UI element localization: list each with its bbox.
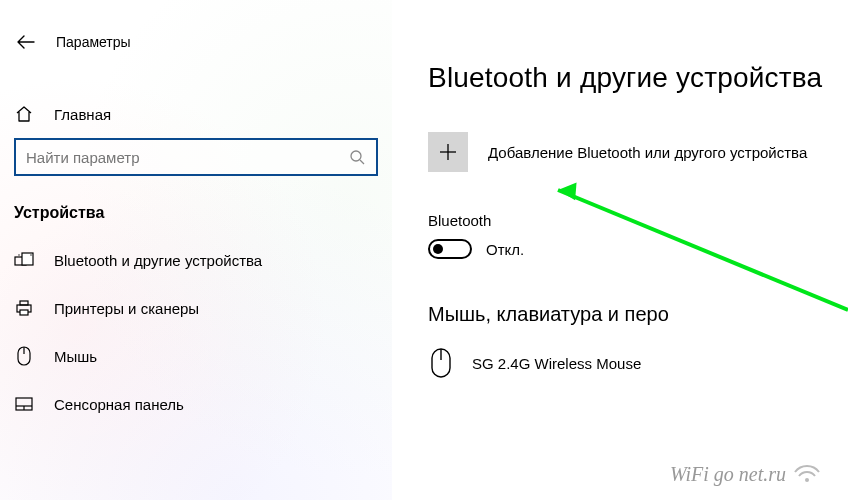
bluetooth-label: Bluetooth xyxy=(428,212,848,229)
svg-point-0 xyxy=(351,151,361,161)
search-box[interactable] xyxy=(14,138,378,176)
svg-point-18 xyxy=(805,478,809,482)
add-device-label: Добавление Bluetooth или другого устройс… xyxy=(488,144,807,161)
svg-point-4 xyxy=(18,254,19,255)
arrow-left-icon xyxy=(17,35,35,49)
device-label: SG 2.4G Wireless Mouse xyxy=(472,355,641,372)
sidebar-item-printers[interactable]: Принтеры и сканеры xyxy=(0,284,392,332)
main-content: Bluetooth и другие устройства Добавление… xyxy=(392,0,848,500)
svg-rect-8 xyxy=(20,310,28,315)
sidebar-item-label: Принтеры и сканеры xyxy=(54,300,199,317)
bluetooth-toggle-state: Откл. xyxy=(486,241,524,258)
wifi-icon xyxy=(792,458,822,482)
sidebar-item-label: Сенсорная панель xyxy=(54,396,184,413)
page-title: Bluetooth и другие устройства xyxy=(428,62,848,94)
svg-line-1 xyxy=(360,160,364,164)
bluetooth-toggle-row: Откл. xyxy=(428,239,848,259)
back-button[interactable] xyxy=(16,32,36,52)
svg-rect-7 xyxy=(20,301,28,305)
sub-header: Мышь, клавиатура и перо xyxy=(428,303,848,326)
touchpad-icon xyxy=(14,394,34,414)
devices-icon xyxy=(14,250,34,270)
svg-point-5 xyxy=(30,254,31,255)
watermark: WiFi go net.ru xyxy=(670,458,822,486)
plus-icon xyxy=(428,132,468,172)
mouse-icon xyxy=(428,344,454,382)
add-device-button[interactable]: Добавление Bluetooth или другого устройс… xyxy=(428,132,848,172)
home-icon xyxy=(14,104,34,124)
printer-icon xyxy=(14,298,34,318)
search-icon xyxy=(348,148,366,166)
mouse-icon xyxy=(14,346,34,366)
titlebar: Параметры xyxy=(0,22,392,62)
nav-home-label: Главная xyxy=(54,106,111,123)
search-row xyxy=(0,138,392,176)
sidebar: Параметры Главная Устройства Bluetooth и… xyxy=(0,0,392,500)
nav-home[interactable]: Главная xyxy=(0,90,392,138)
sidebar-item-touchpad[interactable]: Сенсорная панель xyxy=(0,380,392,428)
search-input[interactable] xyxy=(26,149,348,166)
sidebar-item-label: Мышь xyxy=(54,348,97,365)
sidebar-item-mouse[interactable]: Мышь xyxy=(0,332,392,380)
sidebar-item-label: Bluetooth и другие устройства xyxy=(54,252,262,269)
bluetooth-toggle[interactable] xyxy=(428,239,472,259)
sidebar-section-header: Устройства xyxy=(0,194,392,236)
sidebar-item-bluetooth[interactable]: Bluetooth и другие устройства xyxy=(0,236,392,284)
app-title: Параметры xyxy=(56,34,131,50)
watermark-text: WiFi go net.ru xyxy=(670,463,786,486)
device-row[interactable]: SG 2.4G Wireless Mouse xyxy=(428,344,848,382)
